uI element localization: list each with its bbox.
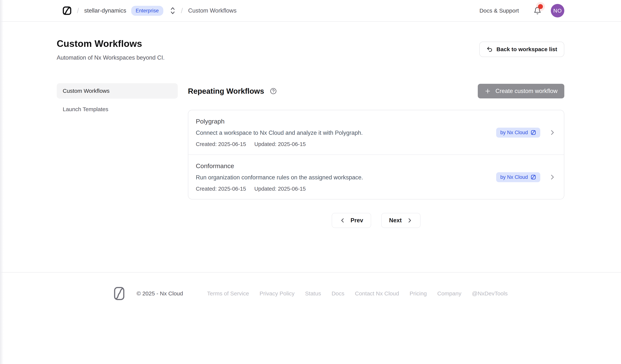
workflow-created-date: Created: 2025-06-15 xyxy=(196,186,246,192)
next-page-button[interactable]: Next xyxy=(381,213,420,228)
next-label: Next xyxy=(389,217,402,224)
footer-link-pricing[interactable]: Pricing xyxy=(410,290,427,297)
plan-badge: Enterprise xyxy=(131,6,163,16)
breadcrumb-workspace[interactable]: stellar-dynamics xyxy=(84,7,126,14)
section-title: Repeating Workflows xyxy=(188,87,264,95)
help-circle-icon[interactable] xyxy=(270,88,277,95)
workflow-row-polygraph[interactable]: Polygraph Connect a workspace to Nx Clou… xyxy=(188,110,564,155)
workspace-switcher-chevrons-icon[interactable] xyxy=(170,6,176,15)
nx-cloud-badge-icon xyxy=(531,174,536,180)
workflow-row-conformance[interactable]: Conformance Run organization conformance… xyxy=(188,155,564,199)
nx-cloud-footer-logo-icon xyxy=(113,286,125,301)
notifications-bell-icon[interactable] xyxy=(534,7,541,15)
chevron-left-icon xyxy=(340,217,345,223)
repeating-workflows-section: Repeating Workflows xyxy=(188,83,564,228)
footer-links: Terms of Service Privacy Policy Status D… xyxy=(207,290,508,297)
breadcrumb-current-page: Custom Workflows xyxy=(188,7,237,14)
docs-support-link[interactable]: Docs & Support xyxy=(480,7,519,14)
workflow-updated-date: Updated: 2025-06-15 xyxy=(254,186,306,192)
breadcrumb-separator: / xyxy=(77,7,79,15)
footer-link-contact[interactable]: Contact Nx Cloud xyxy=(355,290,399,297)
workflow-name: Conformance xyxy=(196,162,489,170)
footer-link-status[interactable]: Status xyxy=(305,290,321,297)
pagination: Prev Next xyxy=(188,213,564,228)
create-button-label: Create custom workflow xyxy=(495,88,558,95)
nx-cloud-badge-icon xyxy=(531,130,536,135)
badge-label: by Nx Cloud xyxy=(500,130,528,136)
workflows-list: Polygraph Connect a workspace to Nx Clou… xyxy=(188,110,564,199)
by-nx-cloud-badge: by Nx Cloud xyxy=(496,128,540,138)
plus-icon xyxy=(484,88,491,94)
footer-link-docs[interactable]: Docs xyxy=(331,290,344,297)
chevron-right-icon xyxy=(549,174,556,180)
page-subtitle: Automation of Nx Workspaces beyond CI. xyxy=(57,54,165,61)
prev-page-button[interactable]: Prev xyxy=(332,213,371,228)
footer-link-company[interactable]: Company xyxy=(437,290,461,297)
chevron-right-icon xyxy=(407,217,413,223)
workflow-updated-date: Updated: 2025-06-15 xyxy=(254,141,306,147)
sidebar-item-custom-workflows[interactable]: Custom Workflows xyxy=(57,83,178,99)
by-nx-cloud-badge: by Nx Cloud xyxy=(496,172,540,182)
footer-link-privacy[interactable]: Privacy Policy xyxy=(259,290,294,297)
nx-cloud-logo-icon[interactable] xyxy=(62,6,72,15)
workflow-created-date: Created: 2025-06-15 xyxy=(196,141,246,147)
copyright-text: © 2025 - Nx Cloud xyxy=(137,290,183,297)
sidebar-item-launch-templates[interactable]: Launch Templates xyxy=(57,102,178,117)
footer-link-nxdevtools[interactable]: @NxDevTools xyxy=(472,290,508,297)
footer-link-terms[interactable]: Terms of Service xyxy=(207,290,249,297)
undo-arrow-icon xyxy=(486,46,493,52)
workflow-description: Run organization conformance rules on th… xyxy=(196,174,489,181)
back-button-label: Back to workspace list xyxy=(497,46,557,52)
page-title: Custom Workflows xyxy=(57,38,165,49)
settings-side-nav: Custom Workflows Launch Templates xyxy=(57,83,178,228)
prev-label: Prev xyxy=(350,217,363,224)
page-footer: © 2025 - Nx Cloud Terms of Service Priva… xyxy=(0,272,621,317)
notification-dot xyxy=(538,4,543,9)
user-avatar[interactable]: NO xyxy=(551,4,564,17)
chevron-right-icon xyxy=(549,129,556,136)
workflow-description: Connect a workspace to Nx Cloud and anal… xyxy=(196,129,489,136)
breadcrumb-separator: / xyxy=(181,7,183,15)
create-custom-workflow-button[interactable]: Create custom workflow xyxy=(478,84,564,98)
back-to-workspace-list-button[interactable]: Back to workspace list xyxy=(479,42,564,57)
page-header: Custom Workflows Automation of Nx Worksp… xyxy=(57,22,564,61)
badge-label: by Nx Cloud xyxy=(500,174,528,180)
top-navigation-bar: / stellar-dynamics Enterprise / Custom W… xyxy=(0,0,621,22)
workflow-name: Polygraph xyxy=(196,118,489,125)
